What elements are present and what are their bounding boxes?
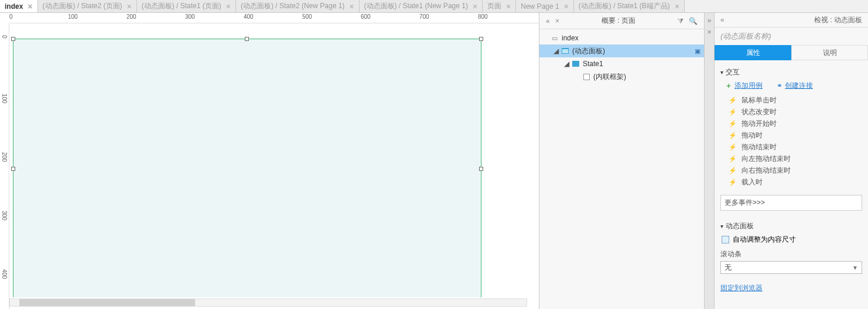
section-dynamic-panel[interactable]: ▾动态面板	[720, 221, 862, 231]
interaction-event[interactable]: ⚡鼠标单击时	[729, 94, 862, 106]
document-tab[interactable]: index×	[0, 0, 38, 12]
ruler-horizontal: 0100200300400500600700800	[9, 13, 539, 23]
selected-widget[interactable]	[13, 39, 481, 297]
outline-title: 概要 : 页面	[602, 16, 635, 26]
chevron-down-icon: ▾	[720, 223, 723, 229]
outline-panel: « × 概要 : 页面 ⧩ 🔍 ▭index◢(动态面板)▣◢State1(内联…	[539, 13, 704, 309]
horizontal-scrollbar[interactable]	[9, 298, 527, 307]
document-tab[interactable]: New Page 1×	[516, 0, 574, 12]
resize-handle[interactable]	[479, 167, 483, 171]
close-icon[interactable]: ×	[349, 2, 354, 11]
lightning-icon: ⚡	[729, 155, 737, 163]
inspector-panel: « 检视 : 动态面板 (动态面板名称) 属性 说明 ▾交互 ＋添加用例 ⚭创建…	[715, 13, 868, 309]
section-interactions[interactable]: ▾交互	[720, 67, 862, 77]
interaction-event[interactable]: ⚡拖动结束时	[729, 141, 862, 153]
resize-handle[interactable]	[479, 37, 483, 41]
document-tab[interactable]: 页面×	[483, 0, 516, 12]
scrollbar-select[interactable]: 无 ▼	[720, 261, 862, 274]
interaction-event[interactable]: ⚡拖动开始时	[729, 118, 862, 129]
close-icon[interactable]: ×	[564, 2, 569, 11]
close-icon[interactable]: ×	[226, 2, 231, 11]
resize-handle[interactable]	[11, 37, 15, 41]
outline-row[interactable]: ▭index	[539, 32, 704, 44]
canvas-area[interactable]: 0100200300400500600700800 0100200300400	[0, 13, 539, 309]
ruler-vertical: 0100200300400	[0, 23, 9, 309]
tab-notes[interactable]: 说明	[791, 45, 868, 60]
widget-name-input[interactable]: (动态面板名称)	[715, 28, 868, 45]
more-events-button[interactable]: 更多事件>>>	[720, 195, 862, 211]
collapse-left-icon[interactable]: «	[720, 16, 725, 24]
document-tab[interactable]: (动态面板) / State2 (页面)×	[38, 0, 137, 12]
close-icon[interactable]: ×	[555, 17, 559, 25]
document-tab[interactable]: (动态面板) / State2 (New Page 1)×	[236, 0, 360, 12]
panel-divider[interactable]: » ×	[704, 13, 715, 309]
lightning-icon: ⚡	[729, 167, 737, 174]
pin-to-browser-link[interactable]: 固定到浏览器	[720, 283, 862, 293]
plus-icon: ＋	[725, 81, 732, 90]
chevron-down-icon: ▾	[720, 69, 723, 75]
document-tab[interactable]: (动态面板) / State1 (B端产品)×	[574, 0, 685, 12]
close-icon[interactable]: ×	[28, 2, 32, 11]
edit-icon[interactable]: ▣	[695, 47, 700, 55]
outline-row[interactable]: (内联框架)	[539, 70, 704, 83]
resize-handle[interactable]	[245, 37, 249, 41]
close-icon[interactable]: ×	[127, 2, 132, 11]
search-icon[interactable]: 🔍	[689, 17, 698, 25]
fit-to-content-label: 自动调整为内容尺寸	[733, 235, 796, 245]
interaction-event[interactable]: ⚡拖动时	[729, 129, 862, 141]
lightning-icon: ⚡	[729, 132, 737, 139]
iframe-icon	[582, 74, 591, 80]
create-link[interactable]: ⚭创建连接	[777, 81, 813, 91]
lightning-icon: ⚡	[729, 178, 737, 186]
svg-rect-2	[572, 61, 579, 67]
fit-to-content-checkbox[interactable]	[722, 236, 729, 243]
filter-icon[interactable]: ⧩	[678, 17, 684, 25]
lightning-icon: ⚡	[729, 120, 737, 128]
lightning-icon: ⚡	[729, 108, 737, 116]
state-icon	[571, 61, 580, 67]
canvas[interactable]	[9, 23, 539, 297]
svg-rect-1	[562, 49, 568, 53]
scrollbar-label: 滚动条	[720, 249, 862, 259]
dynamic-panel-icon	[561, 48, 570, 54]
add-case-link[interactable]: ＋添加用例	[725, 81, 763, 91]
outline-row[interactable]: ◢(动态面板)▣	[539, 44, 704, 57]
outline-row[interactable]: ◢State1	[539, 57, 704, 70]
caret-icon[interactable]: ◢	[564, 60, 571, 68]
collapse-left-icon[interactable]: «	[546, 17, 550, 25]
interaction-event[interactable]: ⚡状态改变时	[729, 106, 862, 118]
tab-properties[interactable]: 属性	[715, 45, 791, 60]
caret-icon[interactable]: ◢	[553, 47, 561, 55]
interaction-event[interactable]: ⚡向左拖动结束时	[729, 153, 862, 164]
inspector-title: 检视 : 动态面板	[814, 15, 862, 25]
interaction-event[interactable]: ⚡载入时	[729, 176, 862, 188]
lightning-icon: ⚡	[729, 97, 737, 104]
interaction-event[interactable]: ⚡向右拖动结束时	[729, 164, 862, 176]
expand-right-icon[interactable]: »	[708, 16, 712, 25]
resize-handle[interactable]	[11, 167, 15, 171]
close-icon[interactable]: ×	[707, 28, 711, 36]
page-icon: ▭	[550, 35, 559, 42]
close-icon[interactable]: ×	[506, 2, 511, 11]
document-tab[interactable]: (动态面板) / State1 (页面)×	[137, 0, 236, 12]
link-icon: ⚭	[777, 81, 782, 90]
document-tab[interactable]: (动态面板) / State1 (New Page 1)×	[360, 0, 483, 12]
lightning-icon: ⚡	[729, 143, 737, 151]
scrollbar-thumb[interactable]	[19, 299, 195, 306]
chevron-down-icon: ▼	[852, 265, 858, 271]
close-icon[interactable]: ×	[675, 2, 679, 11]
close-icon[interactable]: ×	[473, 2, 477, 11]
